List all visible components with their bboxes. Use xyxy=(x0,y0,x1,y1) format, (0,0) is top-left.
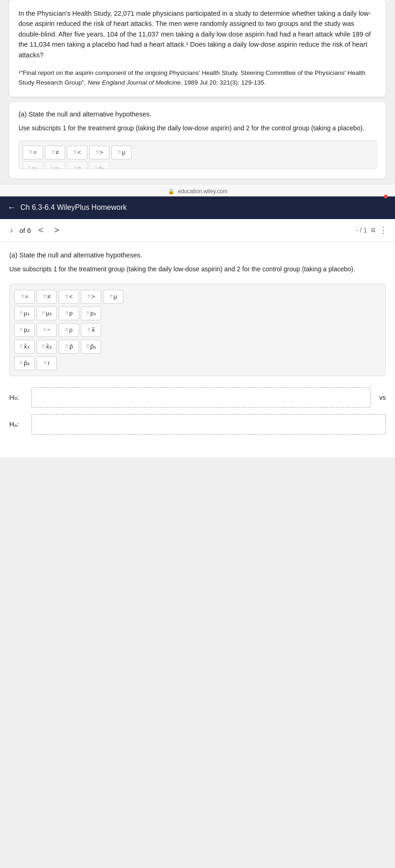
sym-mu2-top[interactable]: μ₂ xyxy=(45,161,65,169)
sym-phat1[interactable]: p̂₁ xyxy=(81,340,101,354)
answer-section: H₀: vs Hₐ: xyxy=(9,387,386,450)
sym-mu1-top[interactable]: μ₁ xyxy=(23,161,43,169)
ha-label: Hₐ: xyxy=(9,420,28,428)
symbol-grid-full: = ≠ < > μ μ₁ μ₂ p p₁ p₂ − ρ x̄ x̄₁ x̄₂ p… xyxy=(9,284,386,376)
ha-row: Hₐ: xyxy=(9,414,386,434)
sym-equals[interactable]: = xyxy=(14,290,35,304)
sym-rho[interactable]: ρ xyxy=(59,323,79,337)
next-question-button[interactable]: > xyxy=(51,225,63,236)
sym-less[interactable]: < xyxy=(59,290,79,304)
url-bar: 🔒 education.wiley.com xyxy=(0,184,395,196)
sym-r[interactable]: r xyxy=(36,356,57,370)
sym-p2[interactable]: p₂ xyxy=(14,323,35,337)
ha-input-box[interactable] xyxy=(31,414,386,434)
sym-greater[interactable]: > xyxy=(81,290,101,304)
red-dot-indicator xyxy=(384,195,388,198)
sym-p-top[interactable]: p xyxy=(67,161,87,169)
sym-equals-top[interactable]: = xyxy=(23,146,43,159)
sym-minus[interactable]: − xyxy=(36,323,57,337)
app-bar: ← Ch 6.3-6.4 WileyPlus Homework xyxy=(0,196,395,219)
h0-label: H₀: xyxy=(9,393,28,402)
sym-xbar2[interactable]: x̄₂ xyxy=(36,340,57,354)
sym-notequal-top[interactable]: ≠ xyxy=(45,146,65,159)
symbol-row-2-top-partial: μ₁ μ₂ p p₁ xyxy=(23,161,372,169)
sym-row-3: p₂ − ρ x̄ xyxy=(14,323,381,337)
sym-phat[interactable]: p̂ xyxy=(59,340,79,354)
vs-label: vs xyxy=(375,394,386,401)
sym-greater-top[interactable]: > xyxy=(89,146,109,159)
main-use-subscripts: Use subscripts 1 for the treatment group… xyxy=(9,264,386,275)
more-options-icon[interactable]: ⋮ xyxy=(379,225,388,235)
sym-row-4: x̄₁ x̄₂ p̂ p̂₁ xyxy=(14,340,381,354)
lock-icon: 🔒 xyxy=(168,188,175,195)
panel-toggle-button[interactable]: › xyxy=(7,225,16,236)
back-button[interactable]: ← xyxy=(7,203,16,213)
study-description-card: In the Physician's Health Study, 22,071 … xyxy=(9,0,386,97)
sym-notequal[interactable]: ≠ xyxy=(36,290,57,304)
prev-question-button[interactable]: < xyxy=(35,225,47,236)
sym-p[interactable]: p xyxy=(59,306,79,320)
nav-bar: › of 6 < > - / 1 ≡ ⋮ xyxy=(0,219,395,242)
sym-p1[interactable]: p₁ xyxy=(81,306,101,320)
url-domain: education.wiley.com xyxy=(178,188,227,195)
sym-xbar[interactable]: x̄ xyxy=(81,323,101,337)
top-question-card: (a) State the null and alternative hypot… xyxy=(9,102,386,178)
symbol-row-1-top: = ≠ < > μ xyxy=(23,146,372,159)
sym-xbar1[interactable]: x̄₁ xyxy=(14,340,35,354)
sym-less-top[interactable]: < xyxy=(67,146,87,159)
sym-row-1: = ≠ < > μ xyxy=(14,290,381,304)
question-label-top: (a) State the null and alternative hypot… xyxy=(18,110,377,118)
page-number: - / 1 xyxy=(356,226,367,234)
sym-mu-top[interactable]: μ xyxy=(111,146,132,159)
sym-row-5: p̂₂ r xyxy=(14,356,381,370)
footnote-text: ¹"Final report on the aspirin component … xyxy=(18,68,377,87)
use-subscripts-top: Use subscripts 1 for the treatment group… xyxy=(18,123,377,133)
h0-row: H₀: vs xyxy=(9,387,386,408)
main-question-label: (a) State the null and alternative hypot… xyxy=(9,251,386,259)
of-label: of 6 xyxy=(19,226,31,234)
main-content: (a) State the null and alternative hypot… xyxy=(0,242,395,458)
list-icon[interactable]: ≡ xyxy=(371,226,376,235)
sym-mu2[interactable]: μ₂ xyxy=(36,306,57,320)
app-title: Ch 6.3-6.4 WileyPlus Homework xyxy=(20,203,127,212)
sym-row-2: μ₁ μ₂ p p₁ xyxy=(14,306,381,320)
sym-p1-top[interactable]: p₁ xyxy=(89,161,109,169)
symbol-grid-partial: = ≠ < > μ μ₁ μ₂ p p₁ xyxy=(18,141,377,169)
h0-input-box[interactable] xyxy=(31,387,371,408)
sym-mu[interactable]: μ xyxy=(103,290,123,304)
study-paragraph: In the Physician's Health Study, 22,071 … xyxy=(18,8,377,60)
sym-mu1[interactable]: μ₁ xyxy=(14,306,35,320)
sym-phat2[interactable]: p̂₂ xyxy=(14,356,35,370)
